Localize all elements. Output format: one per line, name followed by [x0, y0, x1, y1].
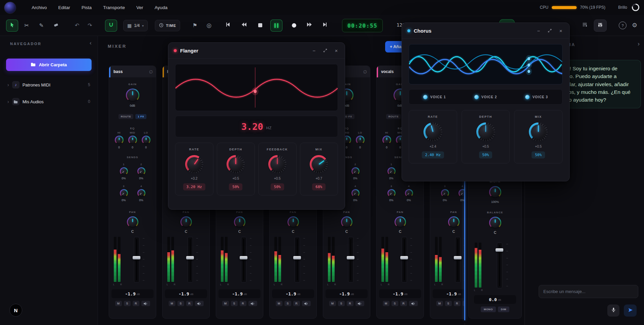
master-volume-fader[interactable]	[497, 243, 502, 288]
help-button[interactable]: ?	[619, 22, 626, 29]
solo-button[interactable]: S	[445, 301, 452, 306]
mute-button[interactable]: M	[115, 301, 122, 306]
mute-button[interactable]: M	[169, 301, 175, 306]
send-2-knob[interactable]	[351, 167, 360, 175]
pan-knob[interactable]	[127, 216, 138, 228]
fader-handle[interactable]	[293, 256, 301, 259]
menu-transporte[interactable]: Transporte	[103, 5, 125, 10]
record-arm-button[interactable]: R	[400, 301, 407, 306]
pan-knob[interactable]	[341, 216, 352, 228]
sidebar-item-patrones-midi[interactable]: › ♪ Patrones MIDI 5	[5, 78, 93, 92]
skip-end-button[interactable]	[319, 20, 331, 31]
pan-knob[interactable]	[287, 216, 299, 228]
undo-button[interactable]: ↶	[71, 20, 83, 31]
voice-1-option[interactable]: VOICE 1	[423, 95, 446, 99]
mute-button[interactable]: M	[436, 301, 443, 306]
sidebar-item-mis-audios[interactable]: › Mis Audios 0	[5, 95, 93, 108]
play-pause-button[interactable]	[270, 20, 282, 32]
menu-pista[interactable]: Pista	[81, 5, 92, 10]
rate-knob[interactable]	[185, 155, 203, 173]
fader-handle[interactable]	[400, 256, 408, 259]
speaker-button[interactable]	[141, 301, 150, 306]
record-arm-button[interactable]: R	[240, 301, 246, 306]
speaker-button[interactable]	[248, 301, 257, 306]
volume-fader[interactable]	[134, 237, 139, 283]
send-4-knob[interactable]	[459, 189, 465, 197]
menu-ayuda[interactable]: Ayuda	[155, 5, 167, 10]
voice-3-option[interactable]: VOICE 3	[525, 95, 548, 99]
width-knob[interactable]	[489, 186, 501, 198]
send-4-knob[interactable]	[351, 189, 360, 197]
eq-hi-knob[interactable]	[382, 136, 391, 144]
volume-fader[interactable]	[295, 237, 300, 283]
mute-button[interactable]: M	[276, 301, 282, 306]
mute-button[interactable]: M	[222, 301, 229, 306]
skip-start-button[interactable]	[222, 20, 234, 31]
erase-tool-button[interactable]	[50, 20, 62, 31]
minimize-button[interactable]: −	[536, 28, 542, 34]
phase-icon[interactable]: ∅	[363, 69, 367, 74]
record-arm-button[interactable]: R	[347, 301, 353, 306]
solo-button[interactable]: S	[124, 301, 131, 306]
balance-knob[interactable]	[489, 217, 501, 229]
fader-handle[interactable]	[240, 256, 247, 259]
dim-button[interactable]: DIM	[498, 306, 509, 312]
rewind-button[interactable]	[238, 20, 250, 31]
fast-forward-button[interactable]	[304, 20, 315, 31]
volume-fader[interactable]	[348, 237, 353, 283]
solo-button[interactable]: S	[231, 301, 238, 306]
send-3-knob[interactable]	[441, 189, 449, 197]
eq-lo-knob[interactable]	[356, 136, 365, 144]
gain-knob[interactable]	[126, 88, 139, 102]
speaker-button[interactable]	[302, 301, 311, 306]
solo-button[interactable]: S	[284, 301, 291, 306]
pan-knob[interactable]	[448, 216, 460, 228]
chorus-titlebar[interactable]: Chorus − ×	[402, 23, 569, 39]
mix-knob[interactable]	[310, 155, 328, 173]
playlist-view-button[interactable]	[579, 20, 590, 31]
sidebar-collapse-button[interactable]: ‹	[90, 40, 92, 46]
mono-button[interactable]: MONO	[481, 306, 496, 312]
grid-size-dropdown[interactable]: ▦ 1/4 ▾	[123, 20, 148, 31]
menu-archivo[interactable]: Archivo	[32, 5, 47, 10]
draw-tool-button[interactable]: ✎	[36, 20, 47, 31]
channel-header[interactable]: bass ∅	[109, 66, 156, 77]
volume-fader[interactable]	[241, 237, 246, 283]
eq-mid-knob[interactable]	[128, 136, 137, 144]
send-3-knob[interactable]	[387, 189, 396, 197]
flanger-titlebar[interactable]: Flanger − ×	[168, 43, 345, 59]
send-1-knob[interactable]	[387, 167, 396, 175]
fx-count-badge[interactable]: 1 FX	[135, 114, 146, 119]
solo-button[interactable]: S	[177, 301, 184, 306]
time-mode-button[interactable]: TIME	[155, 20, 180, 31]
rate-knob[interactable]	[423, 122, 442, 141]
brightness-dial[interactable]	[632, 4, 639, 11]
mix-knob[interactable]	[529, 122, 548, 141]
fader-handle[interactable]	[347, 256, 354, 259]
pan-knob[interactable]	[234, 216, 245, 228]
brand-logo[interactable]: N	[9, 304, 22, 317]
depth-knob[interactable]	[227, 155, 245, 173]
route-badge[interactable]: ROUTE	[118, 114, 134, 119]
record-arm-button[interactable]: R	[133, 301, 139, 306]
phase-icon[interactable]: ∅	[149, 69, 153, 74]
speaker-button[interactable]	[355, 301, 364, 306]
fader-handle[interactable]	[186, 256, 194, 259]
app-logo[interactable]	[4, 2, 16, 14]
pan-knob[interactable]	[180, 216, 192, 228]
depth-knob[interactable]	[476, 122, 495, 141]
record-arm-button[interactable]: R	[293, 301, 300, 306]
settings-button[interactable]: ⚙	[629, 20, 640, 31]
panel-expand-button[interactable]: ›	[638, 40, 640, 47]
mute-button[interactable]: M	[329, 301, 336, 306]
fader-handle[interactable]	[496, 248, 503, 252]
redo-button[interactable]: ↷	[84, 20, 96, 31]
close-button[interactable]: ×	[558, 28, 564, 34]
route-badge[interactable]: ROUTE	[386, 114, 401, 119]
fader-handle[interactable]	[454, 256, 462, 259]
mic-button[interactable]	[607, 304, 619, 317]
fader-handle[interactable]	[133, 256, 140, 259]
cut-tool-button[interactable]: ✂	[21, 20, 32, 31]
loop-target-button[interactable]: ◎	[203, 20, 215, 31]
marker-button[interactable]: ⚑	[189, 20, 201, 31]
